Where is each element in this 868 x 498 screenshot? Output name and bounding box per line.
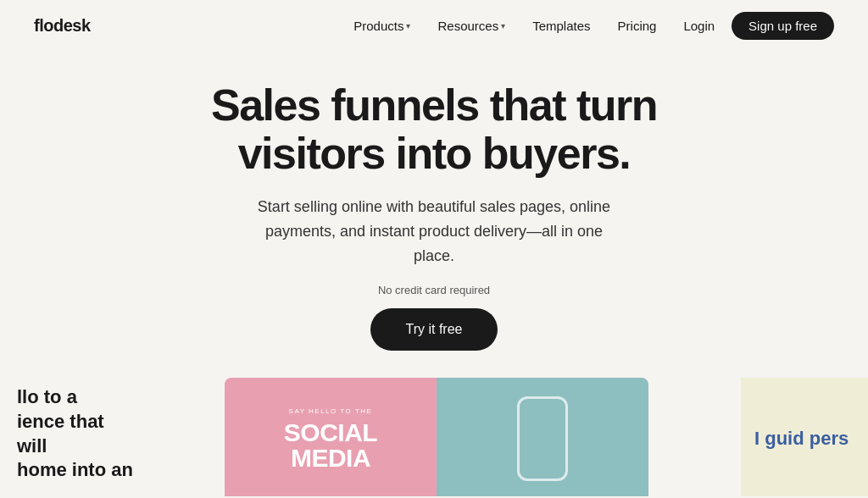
try-free-button[interactable]: Try it free [370, 308, 498, 351]
preview-center-card: SAY HELLO TO THE SOCIAL MEDIA [225, 378, 648, 496]
preview-strip: llo to a ience that will home into an SA… [0, 378, 868, 496]
preview-teal-panel [437, 378, 648, 496]
chevron-down-icon: ▾ [501, 21, 505, 30]
preview-pink-panel: SAY HELLO TO THE SOCIAL MEDIA [225, 378, 437, 496]
nav-item-templates[interactable]: Templates [522, 14, 600, 38]
nav-item-login[interactable]: Login [673, 14, 725, 38]
preview-left-text: llo to a ience that will home into an [0, 378, 153, 496]
login-label: Login [683, 19, 715, 33]
hero-subtitle: Start selling online with beautiful sale… [248, 195, 620, 268]
nav-item-products[interactable]: Products ▾ [343, 14, 420, 38]
resources-label: Resources [437, 19, 498, 33]
navbar: flodesk Products ▾ Resources ▾ Templates… [0, 0, 868, 51]
nav-item-resources[interactable]: Resources ▾ [427, 14, 515, 38]
pricing-label: Pricing [618, 19, 657, 33]
logo[interactable]: flodesk [34, 16, 91, 36]
hero-title: Sales funnels that turn visitors into bu… [211, 81, 657, 178]
hero-section: Sales funnels that turn visitors into bu… [0, 51, 868, 351]
nav-item-pricing[interactable]: Pricing [608, 14, 667, 38]
preview-right-card: I guid pers [741, 378, 868, 496]
no-credit-card-text: No credit card required [378, 284, 490, 296]
chevron-down-icon: ▾ [406, 21, 410, 30]
preview-say-text: SAY HELLO TO THE [289, 407, 373, 415]
templates-label: Templates [532, 19, 590, 33]
products-label: Products [353, 19, 403, 33]
phone-icon [517, 396, 568, 481]
preview-social-media-text: SOCIAL MEDIA [284, 420, 377, 471]
signup-button[interactable]: Sign up free [732, 12, 834, 40]
preview-right-text: I guid pers [754, 428, 854, 450]
nav-links: Products ▾ Resources ▾ Templates Pricing… [343, 12, 834, 40]
